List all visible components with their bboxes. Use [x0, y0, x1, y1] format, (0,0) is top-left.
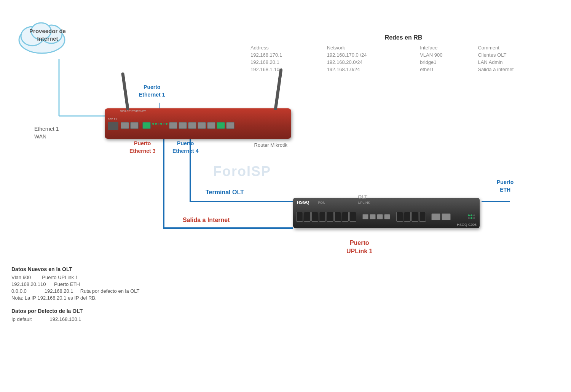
olt-eth-uplink2 [442, 213, 451, 220]
foroISP-watermark: ForoISP [213, 163, 271, 179]
puerto-eth3-label: Puerto Ethernet 3 [129, 140, 155, 155]
datos-nuevos-row1: Vlan 900 Puerto UPLink 1 [11, 275, 259, 280]
puerto-eth4-label: Puerto Ethernet 4 [172, 140, 198, 155]
led-1 [152, 123, 154, 125]
olt-eth-ports [362, 214, 390, 219]
table-row: 192.168.20.1 192.168.20.0/24 bridge1 LAN… [247, 59, 560, 66]
network-table-title: Redes en RB [247, 34, 560, 41]
router-ports-right [169, 108, 234, 139]
olt-eth-1 [362, 214, 368, 219]
sfp-3 [311, 212, 318, 222]
datos-nuevos-title: Datos Nuevos en la OLT [11, 266, 259, 272]
datos-nuevos-row2: 192.168.20.110 Puerto ETH [11, 281, 259, 287]
router-port-eth4 [169, 122, 177, 129]
datos-defecto-title: Datos por Defecto de la OLT [11, 308, 164, 314]
uplink-sfp-2 [404, 212, 411, 222]
router-port-eth1 [121, 122, 129, 129]
olt-brand-label: HSGQ [297, 200, 309, 205]
olt-model-label: HSGQ-G008 [457, 223, 477, 227]
olt-uplink-ports [396, 212, 426, 222]
led-2 [155, 123, 157, 125]
router-port-eth10 [226, 122, 234, 129]
col-address: Address [247, 44, 324, 51]
olt-sfp-ports [296, 212, 356, 222]
terminal-olt-label: Terminal OLT [206, 188, 244, 197]
uplink-sfp-1 [396, 212, 403, 222]
network-3: 192.168.1.0/24 [324, 66, 417, 73]
network-1: 192.168.170.0 /24 [324, 51, 417, 59]
olt-eth-4 [384, 214, 390, 219]
datos-nuevos-section: Datos Nuevos en la OLT Vlan 900 Puerto U… [11, 266, 259, 301]
router-port-eth9 [217, 122, 225, 129]
led-6 [166, 123, 167, 125]
sfp-7 [342, 212, 349, 222]
network-table: Redes en RB Address Network Inteface Com… [247, 34, 560, 73]
cloud-label: Proveedor de Internet [25, 27, 70, 42]
router-leds [152, 123, 167, 125]
sfp-6 [334, 212, 341, 222]
datos-nuevos-note: Nota: La IP 192.168.20.1 es IP del RB. [11, 295, 259, 301]
cloud-shape: .cloud-path { fill: #e8f4fb; stroke: #7e… [11, 11, 72, 57]
salida-internet-label: Salida a Internet [183, 216, 230, 224]
led-3 [158, 123, 159, 125]
interface-2: bridge1 [417, 59, 475, 66]
col-network: Network [324, 44, 417, 51]
datos-defecto-section: Datos por Defecto de la OLT Ip default 1… [11, 308, 164, 322]
network-2: 192.168.20.0/24 [324, 59, 417, 66]
puerto-eth1-label: Puerto Ethernet 1 [139, 84, 165, 98]
table-row: 192.168.1.100 192.168.1.0/24 ether1 Sali… [247, 66, 560, 73]
col-interface: Inteface [417, 44, 475, 51]
olt-eth-uplink [431, 213, 440, 220]
sfp-4 [319, 212, 326, 222]
antenna-left [121, 72, 129, 110]
comment-3: Salida a internet [475, 66, 560, 73]
router-port-eth3 [142, 122, 151, 129]
router-port-eth5 [179, 122, 187, 129]
puerto-uplink1-label: Puerto UPLink 1 [346, 239, 372, 256]
olt-eth-2 [370, 214, 376, 219]
comment-2: LAN Admin [475, 59, 560, 66]
led-4 [160, 123, 162, 125]
datos-defecto-row1: Ip default 192.168.100.1 [11, 316, 164, 322]
sfp-1 [296, 212, 303, 222]
router-port-eth8 [207, 122, 215, 129]
mikrotik-router: 802.11 [105, 108, 291, 139]
table-row: 192.168.170.1 192.168.170.0 /24 VLAN 900… [247, 51, 560, 59]
router-port-sfp [108, 122, 118, 130]
datos-nuevos-row3: 0.0.0.0 192.168.20.1 Ruta por defecto en… [11, 288, 259, 294]
sfp-2 [304, 212, 311, 222]
puerto-eth-label: Puerto ETH [497, 179, 514, 194]
router-port-eth7 [198, 122, 206, 129]
comment-1: Clientes OLT [475, 51, 560, 59]
interface-3: ether1 [417, 66, 475, 73]
olt-eth-3 [377, 214, 383, 219]
sfp-5 [327, 212, 333, 222]
diagram-container: .cloud-path { fill: #e8f4fb; stroke: #7e… [0, 0, 571, 392]
col-comment: Comment [475, 44, 560, 51]
antenna-right [274, 68, 282, 110]
interface-1: VLAN 900 [417, 51, 475, 59]
address-3: 192.168.1.100 [247, 66, 324, 73]
ethernet1-wan-label: Ethernet 1 WAN [34, 125, 59, 140]
address-2: 192.168.20.1 [247, 59, 324, 66]
address-1: 192.168.170.1 [247, 51, 324, 59]
router-port-eth2 [130, 122, 139, 129]
olt-top-label: OLT [358, 194, 367, 200]
uplink-sfp-3 [412, 212, 418, 222]
led-5 [163, 123, 165, 125]
network-data-table: Address Network Inteface Comment 192.168… [247, 44, 560, 73]
olt-device: HSGQ PON UPLINK [293, 198, 480, 228]
sfp-8 [349, 212, 356, 222]
uplink-sfp-4 [419, 212, 426, 222]
router-port-eth6 [188, 122, 196, 129]
router-ports-left [121, 108, 151, 139]
olt-eth-ports-right [431, 213, 451, 220]
router-mikrotik-label: Router Mikrotik [254, 142, 287, 148]
